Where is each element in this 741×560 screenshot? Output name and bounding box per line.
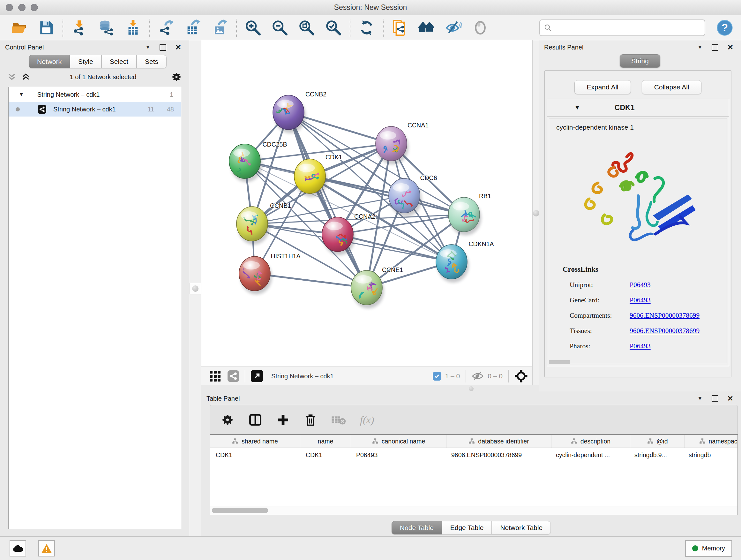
first-neighbors-button[interactable] [418,19,435,37]
column-header-name[interactable]: name [300,435,351,448]
network-view-mode-icon[interactable] [227,370,239,382]
splitter-handle[interactable] [533,210,539,216]
double-house-icon [418,19,435,36]
tab-select[interactable]: Select [102,55,137,68]
expand-all-networks-icon[interactable] [21,72,30,82]
cloud-status-button[interactable] [10,540,26,557]
zoom-in-button[interactable] [245,19,262,37]
help-button[interactable]: ? [716,19,733,37]
warnings-button[interactable] [38,540,55,557]
node-label-HIST1H1A: HIST1H1A [271,253,300,260]
crosslink-link[interactable]: P06493 [630,281,651,289]
network-canvas[interactable]: CCNB2CCNA1CDC25BCDK1CDC6RB1CCNB1CCNA2CDK… [201,40,532,367]
memory-button[interactable]: Memory [685,540,732,557]
column-header-@id[interactable]: @id [630,435,685,448]
network-node-CCNE1[interactable] [351,270,382,305]
network-node-CCNA1[interactable] [376,126,407,161]
table-horizontal-scrollbar[interactable] [210,506,738,515]
expand-all-button[interactable]: Expand All [575,80,631,94]
splitter-handle[interactable] [190,283,201,294]
add-column-icon[interactable] [276,413,290,427]
network-node-RB1[interactable] [448,197,480,232]
network-node-CDC6[interactable] [389,179,420,213]
network-node-CCNB2[interactable] [273,95,304,130]
tab-string[interactable]: String [620,54,660,68]
column-header-canonical-name[interactable]: canonical name [351,435,447,448]
panel-menu-icon[interactable]: ▼ [145,44,151,51]
export-table-button[interactable] [185,19,202,37]
import-network-button[interactable] [71,19,88,37]
entry-scrollbar-thumb[interactable] [549,360,570,364]
column-header-database-identifier[interactable]: database identifier [447,435,551,448]
left-splitter[interactable] [189,40,202,537]
export-image-button[interactable] [211,19,228,37]
delete-column-icon[interactable] [304,413,317,427]
network-row-selected[interactable]: String Network – cdk1 11 48 [9,102,181,117]
tab-edge-table[interactable]: Edge Table [442,521,492,535]
node-entry-header[interactable]: ▼ CDK1 [547,99,729,117]
crosslink-label: GeneCard: [569,296,630,304]
tab-style[interactable]: Style [70,55,102,68]
table-row[interactable]: CDK1CDK1P064939606.ENSP00000378699cyclin… [210,448,738,462]
entry-collapse-icon[interactable]: ▼ [575,105,580,111]
crosslink-link[interactable]: 9606.ENSP00000378699 [630,327,699,335]
open-session-button[interactable] [11,19,28,37]
column-header-shared-name[interactable]: shared name [210,435,300,448]
new-network-from-selection-button[interactable] [391,19,408,37]
export-network-button[interactable] [158,19,175,37]
collection-expand-icon[interactable]: ▼ [19,91,24,98]
panel-menu-icon[interactable]: ▼ [697,44,703,51]
import-table-button[interactable] [125,19,142,37]
collapse-all-button[interactable]: Collapse All [642,80,702,94]
float-panel-icon[interactable] [712,44,718,51]
crosslink-link[interactable]: P06493 [630,342,651,350]
float-panel-icon[interactable] [712,395,718,402]
close-panel-icon[interactable]: ✕ [175,44,181,51]
network-edge-CCNB2-CCNE1[interactable] [288,112,367,288]
fit-content-crosshair-icon[interactable] [515,369,528,383]
network-type-icon [38,105,46,114]
network-options-gear-icon[interactable] [171,71,182,82]
crosslink-link[interactable]: 9606.ENSP00000378699 [630,312,699,320]
zoom-out-button[interactable] [271,19,288,37]
search-input[interactable] [552,23,701,32]
column-header-namespace[interactable]: namespace [685,435,738,448]
network-node-CCNA2[interactable] [322,217,353,252]
close-panel-icon[interactable]: ✕ [727,44,733,51]
zoom-fit-button[interactable] [298,19,315,37]
float-panel-icon[interactable] [159,44,166,51]
network-node-CDK1[interactable] [294,159,326,193]
table-options-gear-icon[interactable] [221,413,234,427]
tab-network-table[interactable]: Network Table [492,521,551,535]
network-node-CDKN1A[interactable] [436,245,467,279]
crosslink-link[interactable]: P06493 [630,296,651,304]
network-node-HIST1H1A[interactable] [239,256,270,291]
column-header-description[interactable]: description [551,435,630,448]
table-header-row: shared namenamecanonical namedatabase id… [210,435,738,448]
panel-menu-icon[interactable]: ▼ [697,395,703,401]
scrollbar-thumb[interactable] [212,508,268,513]
collapse-all-networks-icon[interactable] [7,72,17,82]
tab-network[interactable]: Network [29,55,70,68]
tab-node-table[interactable]: Node Table [392,521,442,535]
show-columns-icon[interactable] [248,413,262,427]
collection-count: 1 [170,91,173,98]
network-collection-row[interactable]: ▼ String Network – cdk1 1 [9,87,181,102]
close-panel-icon[interactable]: ✕ [727,395,733,402]
selected-nodes-checkbox[interactable] [433,372,441,381]
search-box[interactable] [539,19,705,36]
network-node-CCNB1[interactable] [237,206,268,241]
detach-view-icon[interactable] [251,370,263,382]
right-splitter[interactable] [532,40,540,385]
hide-selected-button[interactable] [445,19,462,37]
tab-sets[interactable]: Sets [137,55,166,68]
refresh-button[interactable] [358,19,375,37]
hidden-eye-slash-icon [472,371,484,381]
save-session-button[interactable] [38,19,55,37]
splitter-handle[interactable] [469,386,474,391]
show-graphics-details-button[interactable] [472,19,489,37]
network-node-CDC25B[interactable] [229,144,260,179]
import-network-from-database-button[interactable] [98,19,115,37]
grid-view-icon[interactable] [210,371,220,381]
zoom-selected-button[interactable] [325,19,342,37]
